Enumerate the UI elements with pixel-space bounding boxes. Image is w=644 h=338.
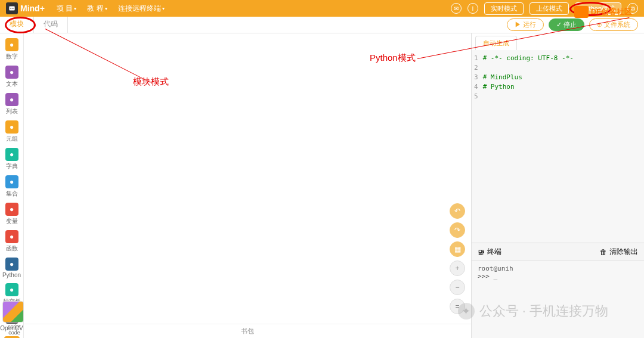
terminal-header: 🖳 终端 🗑 清除输出 (472, 243, 644, 261)
sidebar-item-4[interactable]: ●字典 (0, 145, 23, 173)
sidebar-item-0[interactable]: ●数字 (0, 36, 23, 63)
annotation-python-mode: Python模式 (370, 52, 416, 64)
category-icon: ● (5, 230, 18, 243)
redo-button[interactable]: ↷ (450, 222, 465, 238)
undo-button[interactable]: ↶ (450, 203, 465, 219)
code-panel: 自动生成 12345 # -*- coding: UTF-8 -*- # Min… (471, 33, 644, 338)
sidebar-item-3[interactable]: ●元组 (0, 118, 23, 145)
sidebar-item-7[interactable]: ●函数 (0, 228, 23, 255)
sidebar-item-1[interactable]: ●文本 (0, 63, 23, 91)
menu-connect[interactable]: 连接远程终端 ▾ (118, 4, 165, 14)
annotation-line-1 (45, 29, 151, 83)
logo-icon (6, 2, 18, 14)
sidebar-item-6[interactable]: ●变量 (0, 200, 23, 228)
category-icon: ● (5, 258, 18, 271)
zoom-in-button[interactable]: + (450, 261, 465, 276)
line-numbers: 12345 (474, 54, 483, 239)
sidebar-item-8[interactable]: ●Python (0, 255, 23, 281)
script-file-icon (2, 301, 24, 323)
script-item[interactable]: script code (2, 301, 26, 336)
category-icon: ● (5, 148, 18, 161)
category-icon: ● (5, 93, 18, 106)
run-button[interactable]: ▶ 运行 (507, 18, 544, 31)
menu-project[interactable]: 项 目 ▾ (57, 4, 76, 14)
community-icon (574, 6, 589, 18)
cleanup-button[interactable]: ▦ (450, 241, 465, 257)
info-icon[interactable]: i (467, 3, 478, 14)
svg-point-2 (13, 8, 14, 9)
canvas-controls: ↶ ↷ ▦ + − = (450, 203, 465, 314)
code-editor[interactable]: 12345 # -*- coding: UTF-8 -*- # MindPlus… (472, 50, 644, 243)
terminal-title: 🖳 终端 (478, 247, 501, 257)
mode-upload[interactable]: 上传模式 (530, 2, 569, 15)
main-area: ●数字●文本●列表●元组●字典●集合●变量●函数●Python●行空板●Open… (0, 33, 644, 338)
svg-rect-0 (9, 7, 14, 11)
annotation-block-mode: 模块模式 (133, 76, 169, 88)
tab-block[interactable]: 模块 (0, 17, 34, 33)
tab-bar-right: ▶ 运行 ✓ 停止 ⊕ 文件系统 (507, 17, 644, 33)
script-shelf: script code (2, 301, 26, 336)
logo-text: Mind+ (20, 4, 45, 13)
terminal-clear-button[interactable]: 🗑 清除输出 (600, 247, 638, 257)
logo: Mind+ (6, 2, 45, 14)
tab-code[interactable]: 代码 (34, 17, 68, 33)
app-header: Mind+ 项 目 ▾ 教 程 ▾ 连接远程终端 ▾ ✉ i 实时模式 上传模式… (0, 0, 644, 17)
code-lines: # -*- coding: UTF-8 -*- # MindPlus# Pyth… (483, 54, 574, 239)
sidebar-item-2[interactable]: ●列表 (0, 91, 23, 118)
terminal-output[interactable]: root@unih >>> _ (472, 261, 644, 338)
mode-realtime[interactable]: 实时模式 (484, 2, 524, 15)
category-icon: ● (5, 66, 18, 79)
menu-tutorial[interactable]: 教 程 ▾ (87, 4, 107, 14)
community-badge: DF创客社区 (574, 6, 632, 18)
mail-icon[interactable]: ✉ (451, 3, 462, 14)
zoom-out-button[interactable]: − (450, 280, 465, 295)
category-icon: ● (5, 38, 18, 51)
category-icon: ● (5, 175, 18, 188)
menu-bar: 项 目 ▾ 教 程 ▾ 连接远程终端 ▾ (57, 4, 165, 14)
block-canvas[interactable]: 模块模式 Python模式 ↶ ↷ ▦ + − = 书包 (24, 33, 471, 338)
category-sidebar: ●数字●文本●列表●元组●字典●集合●变量●函数●Python●行空板●Open… (0, 33, 24, 338)
backpack-bar[interactable]: 书包 (24, 324, 471, 338)
category-icon: ● (5, 283, 18, 296)
category-icon: ● (5, 120, 18, 134)
tab-bar: 模块 代码 ▶ 运行 ✓ 停止 ⊕ 文件系统 (0, 17, 644, 33)
terminal-panel: 🖳 终端 🗑 清除输出 root@unih >>> _ (472, 243, 644, 338)
sidebar-item-5[interactable]: ●集合 (0, 173, 23, 200)
category-icon: ● (5, 203, 18, 216)
svg-point-1 (10, 8, 11, 9)
zoom-reset-button[interactable]: = (450, 299, 465, 314)
